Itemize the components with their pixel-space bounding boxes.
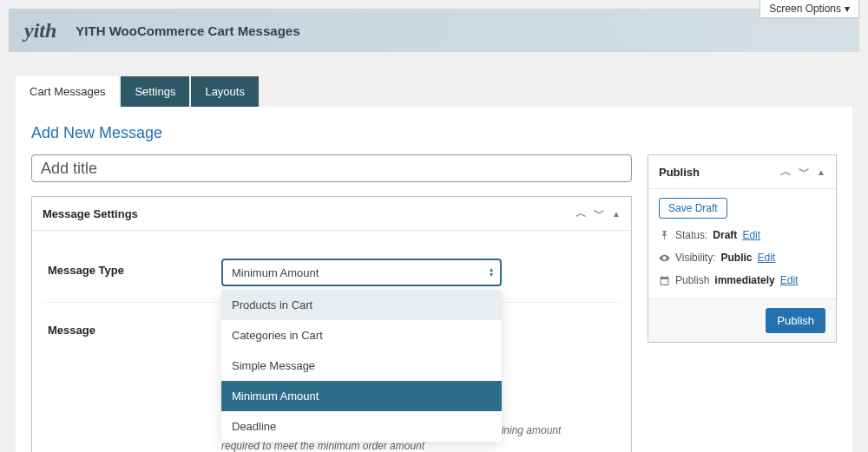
tab-settings[interactable]: Settings [121,76,189,107]
plugin-header: yith YITH WooCommerce Cart Messages [9,9,859,52]
select-arrows-icon: ▴▾ [490,267,493,278]
triangle-up-icon[interactable]: ▲ [612,209,621,219]
edit-visibility-link[interactable]: Edit [757,252,775,264]
calendar-icon [659,275,670,286]
pin-icon [659,230,670,241]
option-products-in-cart[interactable]: Products in Cart [221,290,502,320]
message-type-dropdown: Products in Cart Categories in Cart Simp… [221,290,502,442]
save-draft-button[interactable]: Save Draft [659,198,727,219]
option-categories-in-cart[interactable]: Categories in Cart [221,320,502,350]
visibility-label: Visibility: [675,252,715,264]
chevron-down-icon: ▾ [845,3,850,15]
publish-date-label: Publish [675,274,709,286]
publish-button[interactable]: Publish [766,308,825,333]
message-settings-title: Message Settings [43,207,138,220]
publish-box: Publish ︿ ﹀ ▲ Save Draft Status: Draft E… [648,154,837,343]
option-simple-message[interactable]: Simple Message [221,350,502,381]
title-input[interactable] [31,154,632,182]
message-label: Message [48,318,221,452]
plugin-title: YITH WooCommerce Cart Messages [76,23,299,38]
publish-date-value: immediately [714,274,774,286]
chevron-down-icon[interactable]: ﹀ [594,206,605,221]
option-deadline[interactable]: Deadline [221,411,502,442]
edit-publish-link[interactable]: Edit [780,274,799,286]
content-area: Add New Message Message Settings ︿ ﹀ ▲ M… [16,107,852,452]
option-minimum-amount[interactable]: Minimum Amount [221,381,502,411]
chevron-up-icon[interactable]: ︿ [575,206,587,221]
page-title: Add New Message [31,124,852,142]
message-type-select[interactable]: Minimum Amount ▴▾ [221,259,502,286]
status-value: Draft [713,229,737,241]
triangle-up-icon[interactable]: ▲ [817,167,825,177]
edit-status-link[interactable]: Edit [742,229,760,241]
tabs-nav: Cart Messages Settings Layouts [16,76,868,107]
eye-icon [659,252,670,264]
yith-logo: yith [24,19,56,43]
visibility-value: Public [720,252,752,264]
publish-box-title: Publish [659,166,700,179]
message-settings-box: Message Settings ︿ ﹀ ▲ Message Type Mini… [31,196,632,452]
message-type-label: Message Type [48,259,221,286]
tab-layouts[interactable]: Layouts [191,76,259,107]
status-label: Status: [675,229,707,241]
screen-options-label: Screen Options [769,3,841,15]
chevron-down-icon[interactable]: ﹀ [799,164,810,180]
message-type-value: Minimum Amount [232,266,319,279]
chevron-up-icon[interactable]: ︿ [780,164,792,180]
screen-options-toggle[interactable]: Screen Options ▾ [760,0,859,18]
tab-cart-messages[interactable]: Cart Messages [16,76,119,107]
